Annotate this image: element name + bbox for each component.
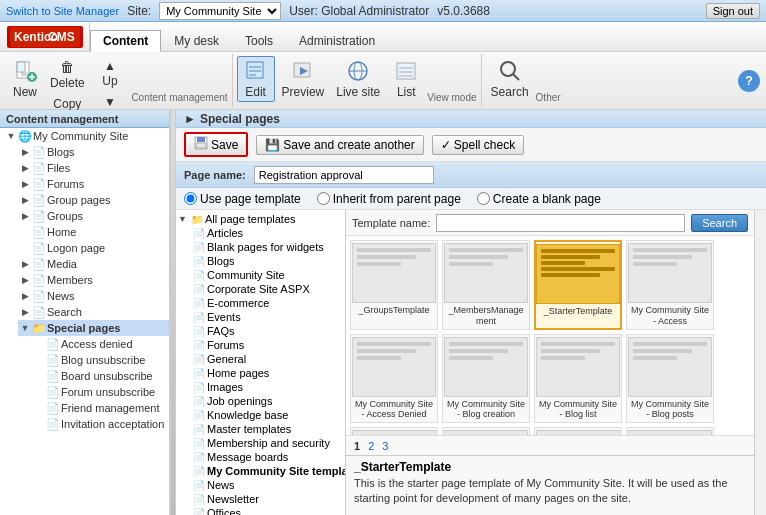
site-label: Site: [127, 4, 151, 18]
template-options-bar: Use page template Inherit from parent pa… [176, 188, 766, 210]
sidebar-item-my-community-site[interactable]: ▼ 🌐 My Community Site [4, 128, 169, 144]
template-tree-item-images[interactable]: 📄 Images [176, 380, 345, 394]
template-tree-item-offices[interactable]: 📄 Offices [176, 506, 345, 515]
sidebar-item-news[interactable]: ▶ 📄 News [18, 288, 169, 304]
save-label: Save [211, 138, 238, 152]
sidebar-item-groups[interactable]: ▶ 📄 Groups [18, 208, 169, 224]
template-tree-item-knowledge-base[interactable]: 📄 Knowledge base [176, 408, 345, 422]
template-tree-item-articles[interactable]: 📄 Articles [176, 226, 345, 240]
template-card-mcs-3b[interactable]: My Community Site - [442, 427, 530, 435]
template-thumb [536, 337, 620, 397]
sidebar-item-invitation-acceptation[interactable]: 📄 Invitation acceptation [32, 416, 169, 432]
sidebar-item-blogs[interactable]: ▶ 📄 Blogs [18, 144, 169, 160]
template-card-starter[interactable]: _StarterTemplate [534, 240, 622, 330]
tab-content[interactable]: Content [90, 30, 161, 52]
template-card-mcs-access[interactable]: My Community Site - Access [626, 240, 714, 330]
template-card-mcs-3d[interactable]: My Community Site - [626, 427, 714, 435]
other-group-label: Other [536, 90, 561, 105]
sidebar-item-board-unsubscribe[interactable]: 📄 Board unsubscribe [32, 368, 169, 384]
action-bar: Save 💾 Save and create another ✓ Spell c… [176, 128, 766, 162]
live-site-button[interactable]: Live site [331, 56, 385, 102]
template-tree-item-my-community[interactable]: 📄 My Community Site templates [176, 464, 345, 478]
use-page-template-option[interactable]: Use page template [184, 192, 301, 206]
sidebar-item-files[interactable]: ▶ 📄 Files [18, 160, 169, 176]
template-tree-item-events[interactable]: 📄 Events [176, 310, 345, 324]
sidebar-item-forum-unsubscribe[interactable]: 📄 Forum unsubscribe [32, 384, 169, 400]
template-card-mcs-3a[interactable]: My Community Site - [350, 427, 438, 435]
template-card-groups[interactable]: _GroupsTemplate [350, 240, 438, 330]
preview-button[interactable]: Preview [277, 56, 330, 102]
template-tree-item-master[interactable]: 📄 Master templates [176, 422, 345, 436]
live-site-icon [346, 59, 370, 83]
up-button[interactable]: ▲ Up [91, 56, 130, 91]
sidebar-item-search[interactable]: ▶ 📄 Search [18, 304, 169, 320]
sidebar-item-label: Group pages [46, 194, 111, 206]
template-tree-item-newsletter[interactable]: 📄 Newsletter [176, 492, 345, 506]
template-card-mcs-blog-list[interactable]: My Community Site - Blog list [534, 334, 622, 424]
template-tree-item-blank[interactable]: 📄 Blank pages for widgets [176, 240, 345, 254]
template-tree-item-all[interactable]: ▼ 📁 All page templates [176, 212, 345, 226]
template-search-input[interactable] [436, 214, 685, 232]
help-button[interactable]: ? [738, 70, 760, 92]
template-tree-item-job-openings[interactable]: 📄 Job openings [176, 394, 345, 408]
template-tree-item-blogs[interactable]: 📄 Blogs [176, 254, 345, 268]
template-tree-item-corporate-aspx[interactable]: 📄 Corporate Site ASPX [176, 282, 345, 296]
template-search-button[interactable]: Search [691, 214, 748, 232]
sidebar-item-access-denied[interactable]: 📄 Access denied [32, 336, 169, 352]
template-tree-item-faqs[interactable]: 📄 FAQs [176, 324, 345, 338]
page-2[interactable]: 2 [366, 440, 376, 452]
new-button[interactable]: New [6, 56, 44, 102]
save-button[interactable]: Save [184, 132, 248, 157]
page-name-input[interactable] [254, 166, 434, 184]
page-1[interactable]: 1 [352, 440, 362, 452]
template-card-mcs-access-denied[interactable]: My Community Site - Access Denied [350, 334, 438, 424]
folder-icon: 📄 [32, 289, 46, 303]
template-tree-item-news[interactable]: 📄 News [176, 478, 345, 492]
sidebar-item-friend-management[interactable]: 📄 Friend management [32, 400, 169, 416]
template-grid-scrollbar[interactable] [754, 210, 766, 515]
inherit-parent-option[interactable]: Inherit from parent page [317, 192, 461, 206]
page-name-bar: Page name: [176, 162, 766, 188]
template-tree-item-home-pages[interactable]: 📄 Home pages [176, 366, 345, 380]
edit-button[interactable]: Edit [237, 56, 275, 102]
list-button[interactable]: List [387, 56, 425, 102]
spell-check-button[interactable]: ✓ Spell check [432, 135, 524, 155]
search-button[interactable]: Search [486, 56, 534, 102]
template-tree-item-general[interactable]: 📄 General [176, 352, 345, 366]
sidebar-item-members[interactable]: ▶ 📄 Members [18, 272, 169, 288]
page-3[interactable]: 3 [380, 440, 390, 452]
use-page-template-radio[interactable] [184, 192, 197, 205]
sidebar-item-label: Friend management [60, 402, 159, 414]
sign-out-button[interactable]: Sign out [706, 3, 760, 19]
sidebar-item-blog-unsubscribe[interactable]: 📄 Blog unsubscribe [32, 352, 169, 368]
sidebar-item-media[interactable]: ▶ 📄 Media [18, 256, 169, 272]
template-tree-item-membership[interactable]: 📄 Membership and security [176, 436, 345, 450]
sidebar-item-label: Board unsubscribe [60, 370, 153, 382]
site-select[interactable]: My Community Site [159, 2, 281, 20]
inherit-parent-radio[interactable] [317, 192, 330, 205]
switch-site-manager-link[interactable]: Switch to Site Manager [6, 5, 119, 17]
tab-tools[interactable]: Tools [232, 29, 286, 51]
template-tree-item-forums[interactable]: 📄 Forums [176, 338, 345, 352]
tab-my-desk[interactable]: My desk [161, 29, 232, 51]
blank-page-radio[interactable] [477, 192, 490, 205]
template-card-mcs-blog-posts[interactable]: My Community Site - Blog posts [626, 334, 714, 424]
template-thumb [536, 244, 620, 304]
template-card-mcs-blog-creation[interactable]: My Community Site - Blog creation [442, 334, 530, 424]
sidebar-item-special-pages[interactable]: ▼ 📁 Special pages [18, 320, 169, 336]
toolbar-buttons-view: Edit Preview [237, 56, 426, 102]
save-and-create-button[interactable]: 💾 Save and create another [256, 135, 423, 155]
delete-button[interactable]: 🗑 Delete [46, 56, 89, 93]
tab-administration[interactable]: Administration [286, 29, 388, 51]
toolbar-group-other: Search Other [482, 54, 565, 107]
template-tree-item-ecommerce[interactable]: 📄 E-commerce [176, 296, 345, 310]
template-tree-item-message-boards[interactable]: 📄 Message boards [176, 450, 345, 464]
sidebar-item-group-pages[interactable]: ▶ 📄 Group pages [18, 192, 169, 208]
sidebar-item-forums[interactable]: ▶ 📄 Forums [18, 176, 169, 192]
blank-page-option[interactable]: Create a blank page [477, 192, 601, 206]
template-card-members-mgmt[interactable]: _MembersManagement [442, 240, 530, 330]
sidebar-item-home[interactable]: 📄 Home [18, 224, 169, 240]
template-card-mcs-3c[interactable]: My Community Site - [534, 427, 622, 435]
template-tree-item-community-site[interactable]: 📄 Community Site [176, 268, 345, 282]
sidebar-item-logon-page[interactable]: 📄 Logon page [18, 240, 169, 256]
